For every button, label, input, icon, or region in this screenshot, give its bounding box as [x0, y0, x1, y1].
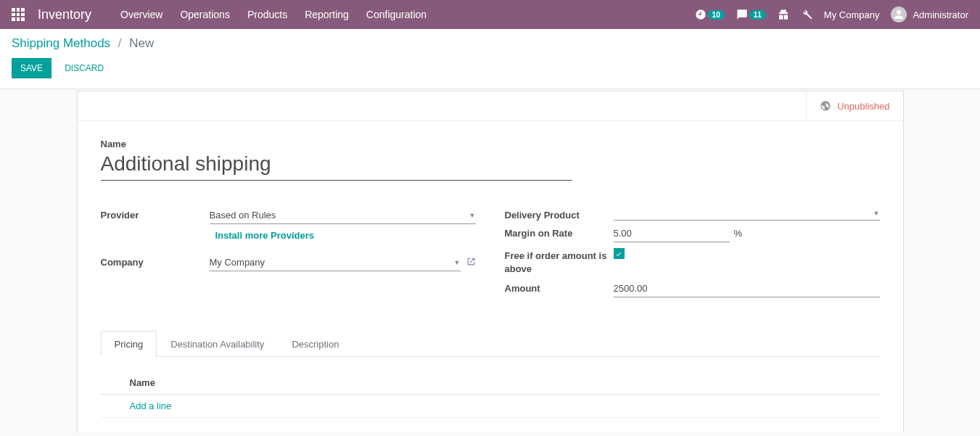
company-value: My Company [210, 257, 265, 268]
provider-value: Based on Rules [210, 210, 276, 221]
provider-label: Provider [101, 207, 210, 221]
caret-down-icon: ▼ [454, 259, 461, 266]
unpublished-label: Unpublished [837, 101, 889, 112]
tools-icon[interactable] [801, 9, 812, 20]
nav-menu: Overview Operations Products Reporting C… [120, 9, 695, 20]
clock-icon [695, 9, 707, 20]
company-selector[interactable]: My Company [824, 9, 880, 20]
free-if-checkbox[interactable] [614, 248, 625, 259]
svg-point-0 [897, 10, 901, 15]
margin-input[interactable] [614, 225, 730, 242]
company-label: Company [101, 254, 210, 268]
globe-icon [820, 100, 831, 112]
form-sheet: Unpublished Name Provider Based on Rules… [77, 91, 904, 432]
status-bar: Unpublished [78, 91, 903, 121]
avatar-icon [891, 7, 907, 22]
button-row: Save Discard [12, 58, 968, 78]
amount-label: Amount [505, 280, 614, 294]
free-if-label: Free if order amount is above [505, 247, 614, 276]
gift-icon[interactable] [778, 9, 789, 20]
tab-description[interactable]: Description [278, 331, 353, 357]
timer-badge: 10 [708, 10, 725, 20]
check-icon [615, 250, 622, 258]
tricing-tab-content: Name Add a line [101, 357, 880, 432]
caret-down-icon: ▼ [873, 210, 880, 217]
breadcrumb: Shipping Methods / New [12, 36, 968, 51]
scroll-area[interactable]: Unpublished Name Provider Based on Rules… [0, 89, 980, 432]
nav-right: 10 11 My Company Administrator [695, 7, 968, 22]
table-header-name: Name [101, 371, 880, 395]
messages-badge-group[interactable]: 11 [736, 9, 766, 20]
control-panel: Shipping Methods / New Save Discard [0, 29, 980, 89]
caret-down-icon: ▼ [469, 212, 476, 219]
breadcrumb-current: New [129, 36, 154, 50]
discard-button[interactable]: Discard [57, 58, 111, 78]
add-line-link[interactable]: Add a line [130, 400, 172, 411]
nav-configuration[interactable]: Configuration [366, 9, 427, 20]
messages-badge: 11 [749, 10, 766, 20]
provider-select[interactable]: Based on Rules ▼ [210, 207, 476, 224]
install-providers-link[interactable]: Install more Providers [215, 230, 315, 241]
nav-operations[interactable]: Operations [180, 9, 229, 20]
company-select[interactable]: My Company ▼ [210, 254, 461, 271]
save-button[interactable]: Save [12, 58, 52, 78]
nav-products[interactable]: Products [247, 9, 287, 20]
nav-reporting[interactable]: Reporting [305, 9, 349, 20]
tab-pricing[interactable]: Pricing [101, 331, 157, 357]
tabs: Pricing Destination Availability Descrip… [101, 331, 880, 357]
external-link-icon[interactable] [466, 257, 476, 268]
margin-label: Margin on Rate [505, 225, 614, 239]
name-input[interactable] [101, 149, 572, 181]
nav-overview[interactable]: Overview [120, 9, 162, 20]
name-label: Name [101, 139, 880, 149]
user-name: Administrator [913, 9, 968, 20]
delivery-product-label: Delivery Product [505, 207, 614, 221]
chat-icon [736, 9, 748, 20]
publish-toggle[interactable]: Unpublished [806, 91, 902, 120]
margin-unit: % [734, 228, 743, 239]
breadcrumb-separator: / [118, 36, 122, 50]
timer-badge-group[interactable]: 10 [695, 9, 725, 20]
breadcrumb-parent[interactable]: Shipping Methods [12, 36, 110, 50]
apps-icon[interactable] [12, 8, 25, 21]
tab-destination-availability[interactable]: Destination Availability [157, 331, 278, 357]
delivery-product-select[interactable]: ▼ [614, 207, 880, 221]
user-menu[interactable]: Administrator [891, 7, 968, 22]
amount-input[interactable] [614, 280, 880, 297]
app-brand: Inventory [38, 7, 91, 22]
navbar: Inventory Overview Operations Products R… [0, 0, 980, 29]
